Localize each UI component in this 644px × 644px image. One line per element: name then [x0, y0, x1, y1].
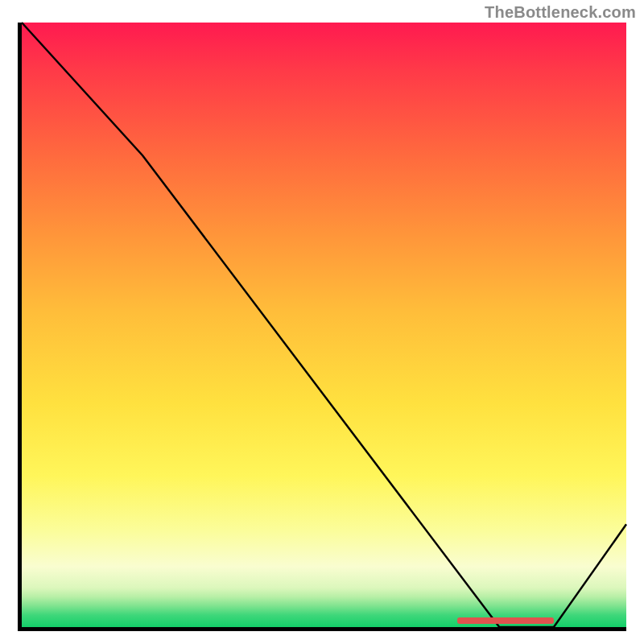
optimal-range-marker [457, 617, 554, 624]
bottleneck-curve [22, 23, 626, 627]
chart-plot-area [18, 23, 626, 631]
curve-path [22, 23, 626, 627]
attribution-label: TheBottleneck.com [485, 3, 636, 22]
